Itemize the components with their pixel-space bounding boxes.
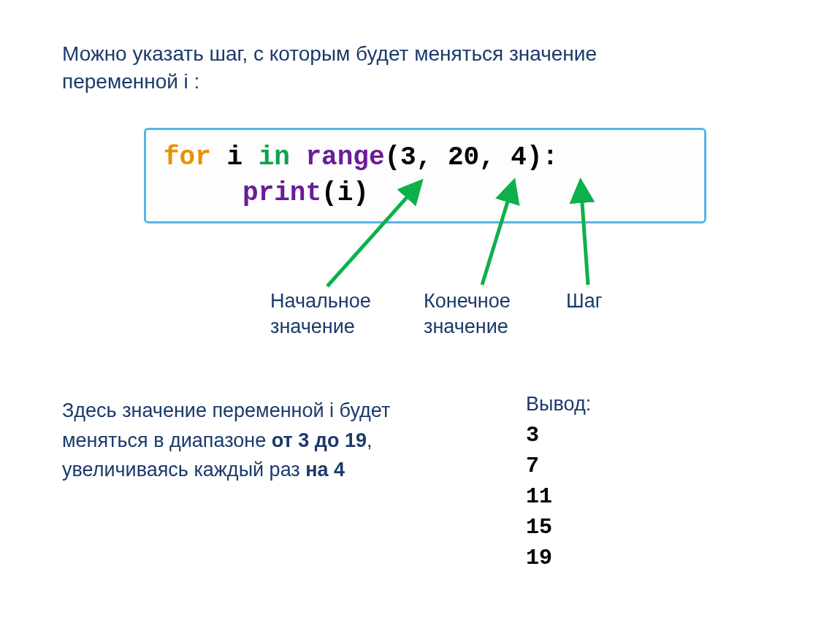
output-block: Вывод: 3 7 11 15 19	[526, 393, 591, 573]
explain-b2: на 4	[305, 459, 345, 481]
explain-b1: от 3 до 19	[272, 429, 367, 451]
label-step: Шаг	[566, 288, 632, 340]
explanation-text: Здесь значение переменной i будет менять…	[62, 396, 467, 485]
output-value: 11	[526, 481, 591, 512]
output-value: 3	[526, 420, 591, 451]
output-value: 19	[526, 543, 591, 573]
range-args: (3, 20, 4):	[385, 142, 559, 172]
intro-text: Можно указать шаг, с которым будет менят…	[62, 40, 617, 96]
output-value: 15	[526, 512, 591, 543]
fn-range: range	[305, 142, 384, 172]
var-i: i	[226, 142, 243, 172]
print-arg: (i)	[321, 178, 369, 208]
label-start: Начальное значение	[270, 288, 424, 340]
fn-print: print	[243, 178, 321, 208]
kw-in: in	[259, 142, 290, 172]
kw-for: for	[164, 142, 211, 172]
output-value: 7	[526, 451, 591, 481]
label-end: Конечное значение	[424, 288, 566, 340]
output-header: Вывод:	[526, 393, 591, 416]
code-block: for i in range(3, 20, 4): print(i)	[144, 128, 706, 223]
